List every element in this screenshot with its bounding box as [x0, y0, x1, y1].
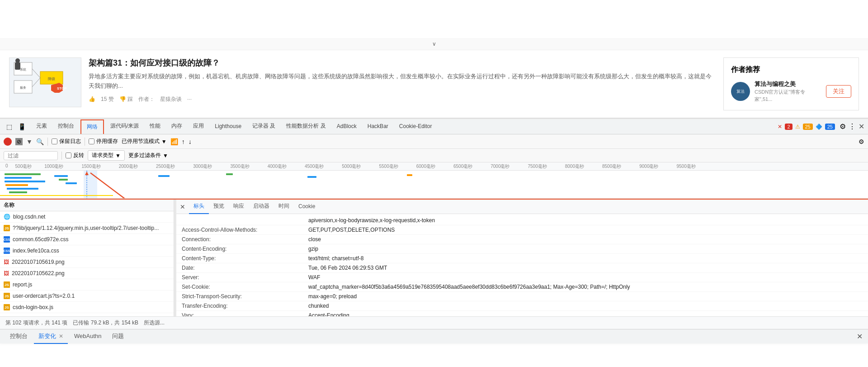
file-item-2[interactable]: JS ??lib/jquery/1.12.4/jquery.min.js,use…	[0, 223, 174, 234]
record-icon[interactable]	[4, 138, 12, 146]
cursor-icon[interactable]: ⬚	[4, 121, 14, 132]
tab-memory[interactable]: 内存	[166, 119, 188, 134]
main-content: 名称 🌐 blog.csdn.net JS ??lib/jquery/1.12.…	[0, 199, 868, 316]
header-val-3: gzip	[308, 246, 863, 252]
type-filter-button[interactable]: 请求类型 ▼	[88, 150, 125, 161]
header-key-3: Content-Encoding:	[182, 246, 308, 252]
stop-icon[interactable]: ⊘	[15, 138, 23, 145]
tab-network[interactable]: 网络	[80, 119, 104, 135]
header-row-2: Connection: close	[176, 235, 868, 244]
tab-recorder[interactable]: 记录器 及	[247, 119, 281, 134]
detail-tab-initiator[interactable]: 启动器	[249, 200, 274, 214]
filter-input[interactable]	[4, 151, 58, 160]
tick-3500: 3500毫秒	[222, 162, 259, 171]
tab-performance[interactable]: 性能	[144, 119, 166, 134]
file-icon-3: CSS	[4, 236, 10, 243]
header-key-10: Vary:	[182, 312, 308, 316]
author-name[interactable]: 星猿杂谈	[160, 95, 182, 103]
file-name-1: blog.csdn.net	[13, 214, 170, 220]
like-count: 15 赞	[101, 95, 114, 103]
article-meta: 👍 15 赞 👎 踩 作者： 星猿杂谈 ···	[89, 95, 714, 103]
warning-icon: ⚠	[795, 124, 800, 130]
red-arrow	[90, 173, 145, 199]
file-item-4[interactable]: CSS index.9efe10ca.css	[0, 245, 174, 257]
bottom-bar-close[interactable]: ✕	[857, 332, 863, 341]
download-btn[interactable]: ↓	[189, 138, 192, 145]
detail-tab-preview[interactable]: 预览	[209, 200, 229, 214]
detail-tab-timing[interactable]: 时间	[274, 200, 294, 214]
close-devtools-icon[interactable]: ✕	[859, 122, 864, 131]
tab-adblock[interactable]: AdBlock	[331, 119, 362, 134]
upload-btn[interactable]: ↑	[182, 138, 185, 145]
tab-elements[interactable]: 元素	[31, 119, 52, 134]
selected-source: 所选源...	[144, 319, 165, 327]
close-changes-tab[interactable]: ✕	[59, 333, 63, 339]
tab-cookie-editor[interactable]: Cookie-Editor	[394, 119, 438, 134]
file-item-5[interactable]: 🖼 20220107105619.png	[0, 257, 174, 268]
separator1	[47, 138, 48, 146]
detail-tab-cookie[interactable]: Cookie	[294, 200, 320, 214]
detail-tab-headers[interactable]: 标头	[189, 200, 209, 214]
tick-4000: 4000毫秒	[259, 162, 296, 171]
file-icon-9: JS	[4, 304, 10, 310]
separator3	[61, 152, 62, 160]
tab-application[interactable]: 应用	[188, 119, 209, 134]
svg-rect-21	[59, 179, 68, 181]
filter-icon[interactable]: ▼	[26, 138, 33, 145]
bottom-tab-console[interactable]: 控制台	[5, 329, 32, 344]
tab-console[interactable]: 控制台	[52, 119, 80, 134]
header-val-0: apiversion,x-log-bodyrawsize,x-log-reque…	[308, 217, 863, 224]
file-item-9[interactable]: JS csdn-login-box.js	[0, 302, 174, 313]
bottom-tab-issues[interactable]: 问题	[108, 329, 128, 344]
wifi-icon[interactable]: 📶	[170, 138, 178, 145]
tab-hackbar[interactable]: HackBar	[362, 119, 394, 134]
settings-icon[interactable]: ⚙	[840, 122, 846, 131]
transferred-size: 已传输 79.2 kB，共 154 kB	[73, 319, 138, 327]
file-item-3[interactable]: CSS common.65cd972e.css	[0, 234, 174, 245]
tick-6000: 6000毫秒	[407, 162, 444, 171]
more-options-icon[interactable]: ⋮	[849, 122, 856, 131]
invert-checkbox[interactable]: 反转	[66, 152, 84, 159]
file-item-8[interactable]: JS user-ordercart.js?ts=2.0.1	[0, 291, 174, 302]
tab-perf-insights[interactable]: 性能数据分析 及	[281, 119, 331, 134]
file-item-7[interactable]: JS report.js	[0, 279, 174, 291]
preserve-log-checkbox[interactable]: 保留日志	[52, 138, 81, 145]
expand-arrow[interactable]: ∨	[0, 38, 868, 50]
more-button[interactable]: ···	[187, 96, 192, 102]
file-item-6[interactable]: 🖼 20220107105622.png	[0, 268, 174, 279]
tick-1500: 1500毫秒	[73, 162, 110, 171]
header-row-8: Strict-Transport-Security: max-age=0; pr…	[176, 292, 868, 301]
follow-button[interactable]: 关注	[826, 85, 851, 98]
bottom-tab-webauthn[interactable]: WebAuthn	[70, 329, 106, 344]
tab-lighthouse[interactable]: Lighthouse	[209, 119, 247, 134]
article-title[interactable]: 架构篇31：如何应对接口级的故障？	[89, 57, 714, 68]
tick-9500: 9500毫秒	[668, 162, 705, 171]
network-toolbar: ⊘ ▼ 🔍 保留日志 停用缓存 已停用节流模式 ▼ 📶 ↑ ↓ ⚙	[0, 134, 868, 149]
header-key-0	[182, 217, 308, 224]
header-row-10: Vary: Accept-Encoding	[176, 311, 868, 316]
bottom-tab-changes[interactable]: 新变化 ✕	[34, 329, 68, 344]
detail-tab-response[interactable]: 响应	[229, 200, 249, 214]
info-badge-icon: 🔷	[816, 124, 822, 130]
offline-mode-select[interactable]: 已停用节流模式 ▼	[122, 138, 167, 145]
article-desc: 异地多活方案主要应对系统级的故障，例如，机器宕机、机房故障、网络故障等问题，这些…	[89, 72, 714, 91]
devtools-wrapper: ⬚ 📱 元素 控制台 网络 源代码/来源 性能 内存 应用 Lighthouse…	[0, 118, 868, 343]
header-val-2: close	[308, 236, 863, 243]
tab-source[interactable]: 源代码/来源	[105, 119, 144, 134]
file-name-3: common.65cd972e.css	[13, 236, 170, 243]
detail-close-btn[interactable]: ✕	[180, 203, 185, 210]
header-row-9: Transfer-Encoding: chunked	[176, 301, 868, 311]
author-sidebar: 作者推荐 算法 算法与编程之美 CSDN官方认证"博客专家",51... 关注	[723, 57, 859, 110]
svg-rect-17	[5, 184, 28, 186]
device-icon[interactable]: 📱	[16, 121, 27, 132]
file-item-1[interactable]: 🌐 blog.csdn.net	[0, 211, 174, 223]
article-thumbnail: 系统 服务 降级 STOP	[9, 57, 81, 107]
dislike-button[interactable]: 👎 踩	[119, 95, 133, 103]
more-filters-button[interactable]: 更多过滤条件 ▼	[128, 152, 168, 159]
network-settings-icon[interactable]: ⚙	[859, 138, 864, 145]
disable-cache-checkbox[interactable]: 停用缓存	[89, 138, 118, 145]
like-button[interactable]: 👍	[89, 96, 95, 102]
search-icon[interactable]: 🔍	[36, 138, 44, 145]
author-desc: CSDN官方认证"博客专家",51...	[755, 89, 805, 102]
header-row-1: Access-Control-Allow-Methods: GET,PUT,PO…	[176, 225, 868, 235]
